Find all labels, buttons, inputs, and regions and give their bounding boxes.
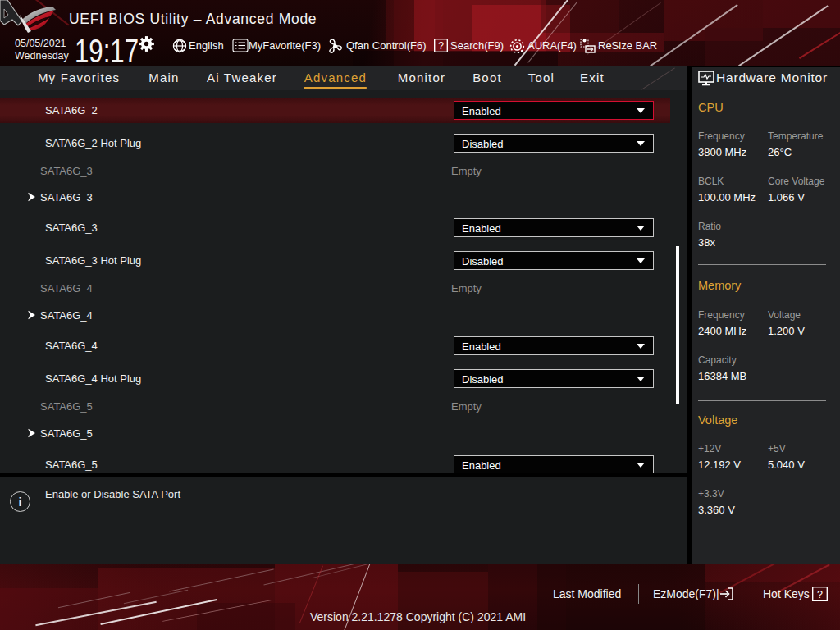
svg-text:?: ? [438,40,444,52]
svg-text:?: ? [817,589,823,600]
